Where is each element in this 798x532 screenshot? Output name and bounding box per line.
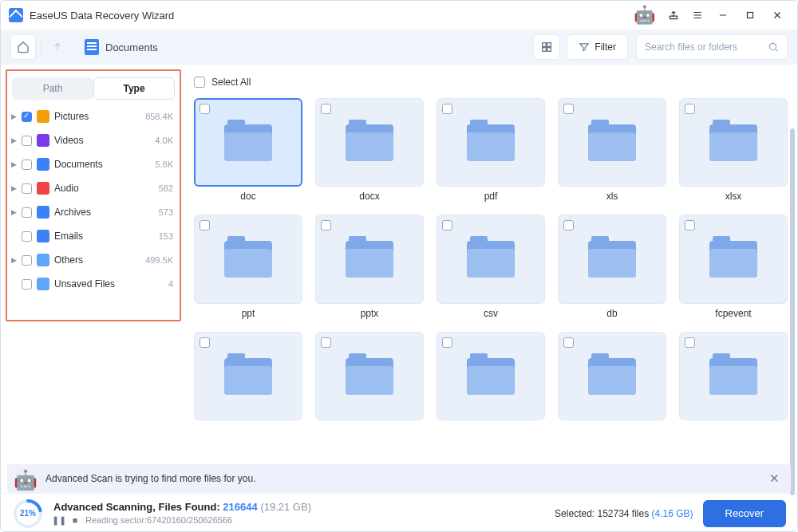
folder-icon (588, 358, 636, 395)
sidebar-item-pictures[interactable]: ▶ Pictures 858.4K (7, 104, 180, 128)
card-checkbox[interactable] (200, 220, 210, 231)
search-input[interactable] (645, 41, 768, 53)
card-checkbox[interactable] (321, 104, 331, 114)
select-all-checkbox[interactable] (194, 77, 205, 88)
home-button[interactable] (10, 34, 36, 60)
tree-checkbox[interactable] (22, 279, 32, 290)
card-checkbox[interactable] (685, 337, 695, 348)
card-checkbox[interactable] (442, 337, 452, 348)
folder-card[interactable] (437, 332, 545, 437)
sidebar-tabs: Path Type (12, 77, 175, 100)
folder-card[interactable]: pdf (437, 98, 545, 203)
menu-button[interactable] (687, 5, 708, 26)
card-caption: fcpevent (679, 308, 788, 321)
card-checkbox[interactable] (563, 220, 574, 231)
folder-card[interactable]: xls (558, 98, 666, 203)
card-checkbox[interactable] (200, 337, 210, 348)
folder-card[interactable]: ppt (194, 215, 302, 320)
card-caption (437, 424, 545, 437)
sidebar-item-audio[interactable]: ▶ Audio 582 (7, 176, 180, 200)
filter-label: Filter (595, 41, 616, 53)
card-checkbox[interactable] (442, 220, 452, 231)
sidebar-item-emails[interactable]: Emails 153 (7, 224, 180, 248)
folder-thumb (194, 332, 302, 420)
tree-checkbox[interactable] (22, 112, 32, 122)
recover-button[interactable]: Recover (703, 500, 786, 527)
chevron-right-icon: ▶ (11, 112, 19, 120)
folder-icon (224, 358, 272, 395)
folder-icon (709, 358, 757, 395)
sidebar-item-others[interactable]: ▶ Others 499.5K (7, 248, 180, 272)
sidebar-item-archives[interactable]: ▶ Archives 573 (7, 200, 180, 224)
folder-card[interactable]: docx (315, 98, 424, 203)
pause-button[interactable]: ❚❚ (53, 514, 65, 526)
tree-count: 499.5K (145, 255, 173, 265)
folder-card[interactable]: db (558, 215, 666, 320)
back-button[interactable] (45, 34, 70, 60)
svg-rect-4 (543, 48, 547, 52)
tree-checkbox[interactable] (22, 183, 32, 194)
card-checkbox[interactable] (685, 104, 695, 114)
close-button[interactable] (765, 5, 789, 26)
sidebar-item-videos[interactable]: ▶ Videos 4.0K (7, 128, 180, 152)
folder-thumb (315, 215, 424, 303)
filter-button[interactable]: Filter (567, 34, 628, 60)
search-box[interactable] (636, 34, 788, 60)
card-checkbox[interactable] (200, 104, 210, 114)
folder-thumb (315, 98, 424, 187)
folder-card[interactable] (315, 332, 424, 437)
category-icon (37, 158, 49, 171)
card-caption: doc (194, 191, 302, 203)
card-checkbox[interactable] (321, 337, 331, 348)
tree-count: 5.8K (155, 160, 173, 169)
card-checkbox[interactable] (563, 104, 574, 114)
folder-icon (346, 358, 393, 395)
sidebar-item-unsaved-files[interactable]: Unsaved Files 4 (7, 272, 180, 296)
folder-card[interactable]: xlsx (679, 98, 788, 203)
folder-card[interactable]: fcpevent (679, 215, 788, 320)
share-button[interactable] (663, 5, 684, 26)
select-all-label: Select All (211, 77, 251, 88)
tree-checkbox[interactable] (22, 160, 32, 170)
category-icon (37, 254, 49, 266)
folder-card[interactable] (558, 332, 666, 437)
folder-icon (467, 241, 515, 278)
tree-checkbox[interactable] (22, 207, 32, 218)
tree-checkbox[interactable] (22, 231, 32, 242)
maximize-button[interactable] (738, 5, 762, 26)
card-checkbox[interactable] (563, 337, 574, 348)
card-checkbox[interactable] (685, 220, 695, 231)
folder-card[interactable] (194, 332, 302, 437)
view-toggle-button[interactable] (533, 34, 560, 60)
info-close-button[interactable]: ✕ (769, 471, 780, 486)
tree-checkbox[interactable] (22, 136, 32, 146)
card-caption: csv (437, 308, 545, 321)
folder-card[interactable]: pptx (315, 215, 424, 320)
folder-thumb (437, 98, 545, 187)
breadcrumb-label: Documents (105, 41, 158, 53)
folder-thumb (558, 98, 666, 187)
tab-type[interactable]: Type (93, 77, 175, 100)
select-all-row[interactable]: Select All (192, 71, 791, 93)
card-caption: pptx (315, 308, 424, 321)
folder-card[interactable] (679, 332, 788, 437)
tab-path[interactable]: Path (12, 77, 93, 100)
category-icon (37, 230, 49, 242)
folder-thumb (437, 215, 545, 303)
minimize-button[interactable] (711, 5, 735, 26)
folder-card[interactable]: csv (437, 215, 545, 320)
sidebar-item-documents[interactable]: ▶ Documents 5.8K (7, 152, 180, 176)
card-caption (558, 424, 666, 437)
scrollbar[interactable] (790, 128, 795, 495)
tree-label: Others (54, 254, 145, 266)
scan-subtitle: ❚❚ ■ Reading sector: 67420160/250626566 (53, 514, 555, 526)
stop-button[interactable]: ■ (69, 514, 81, 526)
tree-checkbox[interactable] (22, 255, 32, 266)
footer: 21% Advanced Scanning, Files Found: 2166… (1, 493, 797, 532)
folder-card[interactable]: doc (194, 98, 302, 203)
mascot-icon: 🤖 (633, 4, 655, 26)
chevron-right-icon: ▶ (11, 160, 19, 168)
card-checkbox[interactable] (321, 220, 331, 231)
folder-thumb (558, 215, 666, 303)
card-checkbox[interactable] (442, 104, 452, 114)
